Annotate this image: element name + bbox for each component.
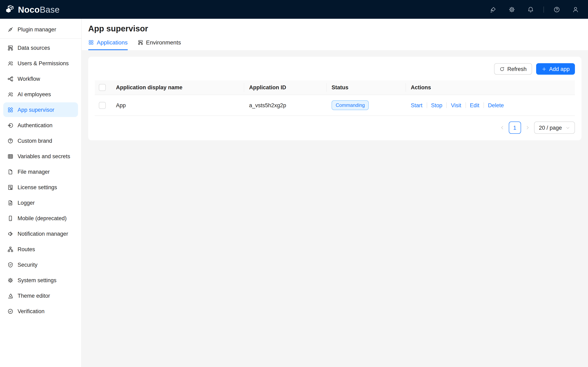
sidebar-item-label: Security	[17, 262, 38, 268]
sidebar-item-label: Authentication	[17, 122, 52, 128]
applications-table: Application display name Application ID …	[95, 80, 575, 116]
bell-icon[interactable]	[527, 6, 534, 13]
tab-environments[interactable]: Environments	[138, 37, 181, 50]
sidebar-item-label: Variables and secrets	[17, 153, 70, 159]
tab-label: Environments	[146, 39, 181, 46]
sidebar-item-label: Verification	[17, 308, 44, 314]
sidebar-item-workflow[interactable]: Workflow	[3, 71, 78, 86]
add-app-button[interactable]: Add app	[536, 63, 575, 75]
sidebar-item-license-settings[interactable]: License settings	[3, 180, 78, 194]
shell: Plugin managerData sourcesUsers & Permis…	[0, 19, 588, 367]
appstore-grid-icon	[88, 40, 94, 45]
highlighter-icon[interactable]	[490, 6, 497, 13]
action-stop[interactable]: Stop	[431, 102, 442, 108]
add-app-label: Add app	[549, 66, 570, 72]
user-icon[interactable]	[572, 6, 579, 13]
logo-text: NocoBase	[18, 5, 60, 14]
sidebar-item-routes[interactable]: Routes	[3, 242, 78, 257]
sidebar-item-authentication[interactable]: Authentication	[3, 118, 78, 133]
topbar: NocoBase	[0, 0, 588, 19]
paint-icon	[7, 292, 13, 299]
sidebar-item-file-manager[interactable]: File manager	[3, 164, 78, 179]
action-edit[interactable]: Edit	[470, 102, 479, 108]
sidebar-item-data-sources[interactable]: Data sources	[3, 40, 78, 55]
cell-display-name: App	[111, 95, 244, 116]
certificate-icon	[7, 184, 13, 190]
row-actions: StartStopVisitEditDelete	[411, 102, 570, 108]
sidebar-item-system-settings[interactable]: System settings	[3, 273, 78, 287]
column-header-application-id: Application ID	[244, 80, 327, 95]
file-text-icon	[7, 200, 13, 206]
action-delete[interactable]: Delete	[488, 102, 504, 108]
page-size-label: 20 / page	[539, 125, 562, 131]
shield-check-icon	[7, 262, 13, 268]
sidebar-item-label: Routes	[17, 246, 35, 252]
table-icon	[7, 153, 13, 159]
sidebar-item-users-permissions[interactable]: Users & Permissions	[3, 56, 78, 71]
sidebar-item-security[interactable]: Security	[3, 257, 78, 272]
apartment-icon	[7, 246, 13, 252]
table-row: App a_vsts5h2xg2p Commanding StartStopVi…	[95, 95, 575, 116]
sidebar-item-variables-and-secrets[interactable]: Variables and secrets	[3, 149, 78, 164]
sidebar-item-plugin-manager[interactable]: Plugin manager	[3, 22, 78, 37]
action-visit[interactable]: Visit	[451, 102, 461, 108]
megaphone-icon	[7, 231, 13, 237]
column-header-status: Status	[327, 80, 406, 95]
sidebar-item-verification[interactable]: Verification	[3, 304, 78, 318]
sidebar-item-label: File manager	[17, 169, 50, 175]
page-header: App supervisor Applications Environments	[82, 19, 588, 50]
login-icon	[7, 122, 13, 128]
sidebar-item-ai-employees[interactable]: AI employees	[3, 87, 78, 101]
sidebar-item-custom-brand[interactable]: Custom brand	[3, 133, 78, 148]
sidebar-item-label: System settings	[17, 277, 57, 283]
nocobase-logo-icon	[5, 4, 15, 15]
action-separator	[465, 102, 466, 108]
plus-icon	[541, 66, 546, 72]
team-icon	[7, 91, 13, 97]
sidebar-item-theme-editor[interactable]: Theme editor	[3, 288, 78, 303]
table-header-row: Application display name Application ID …	[95, 80, 575, 95]
topbar-divider	[544, 6, 544, 12]
api-icon	[7, 26, 13, 33]
sidebar-item-app-supervisor[interactable]: App supervisor	[3, 102, 78, 117]
prev-page-button[interactable]	[500, 125, 504, 130]
sidebar-item-label: Logger	[17, 200, 35, 206]
sidebar-item-label: License settings	[17, 184, 57, 190]
tab-applications[interactable]: Applications	[88, 37, 128, 50]
column-header-actions: Actions	[406, 80, 575, 95]
next-page-button[interactable]	[525, 125, 530, 130]
sidebar-item-label: App supervisor	[17, 107, 54, 113]
sidebar-item-label: Notification manager	[17, 231, 68, 237]
sidebar-item-mobile-deprecated[interactable]: Mobile (deprecated)	[3, 211, 78, 225]
sidebar-item-label: Plugin manager	[17, 26, 56, 33]
nocobase-logo[interactable]: NocoBase	[5, 4, 60, 15]
sidebar-divider	[0, 38, 81, 39]
status-badge: Commanding	[332, 100, 369, 110]
content-area: Refresh Add app	[82, 50, 588, 367]
reload-icon	[500, 66, 505, 72]
help-icon[interactable]	[553, 6, 560, 13]
action-start[interactable]: Start	[411, 102, 423, 108]
settings-sidebar: Plugin managerData sourcesUsers & Permis…	[0, 19, 82, 367]
file-icon	[7, 169, 13, 175]
main-area: App supervisor Applications Environments	[82, 19, 588, 367]
sidebar-item-label: Mobile (deprecated)	[17, 215, 67, 221]
topbar-actions	[490, 6, 579, 13]
row-checkbox[interactable]	[99, 102, 106, 109]
environments-cluster-icon	[138, 40, 143, 45]
sidebar-item-logger[interactable]: Logger	[3, 195, 78, 210]
pagination: 1 20 / page	[95, 122, 575, 134]
page-number-1[interactable]: 1	[509, 122, 521, 134]
action-separator	[484, 102, 484, 108]
select-all-checkbox[interactable]	[99, 84, 106, 91]
question-circle-icon	[7, 138, 13, 144]
sidebar-item-label: Theme editor	[17, 292, 50, 299]
action-separator	[426, 102, 427, 108]
check-circle-icon	[7, 308, 13, 314]
gear-icon	[7, 277, 13, 283]
chevron-down-icon	[566, 125, 570, 130]
refresh-button[interactable]: Refresh	[494, 63, 532, 75]
page-size-select[interactable]: 20 / page	[534, 122, 575, 134]
sidebar-item-notification-manager[interactable]: Notification manager	[3, 226, 78, 241]
gear-icon[interactable]	[508, 6, 515, 13]
